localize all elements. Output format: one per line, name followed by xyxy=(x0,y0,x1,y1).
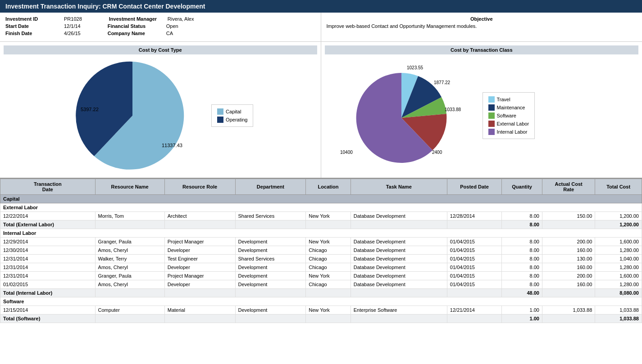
start-date-value: 12/1/14 xyxy=(64,23,81,29)
table-body: CapitalExternal Labor12/22/2014Morris, T… xyxy=(0,195,642,323)
capital-legend-color xyxy=(217,108,223,115)
sub-header-row: Software xyxy=(0,297,642,306)
external-labor-legend-color xyxy=(488,121,495,127)
total-row: Total (Internal Labor)48.008,080.00 xyxy=(0,289,642,297)
capital-legend-label: Capital xyxy=(226,109,241,114)
investment-id-label: Investment ID xyxy=(5,16,64,22)
financial-status-value: Open xyxy=(166,23,178,29)
operating-legend-item: Operating xyxy=(217,117,247,123)
external-labor-value: 2400 xyxy=(432,150,442,155)
finish-date-label: Finish Date xyxy=(5,31,64,36)
external-labor-legend-label: External Labor xyxy=(497,121,529,126)
left-chart-title: Cost by Cost Type xyxy=(4,45,317,54)
software-legend-color xyxy=(488,112,495,119)
maintenance-legend-label: Maintenance xyxy=(497,105,525,110)
software-legend-item: Software xyxy=(488,112,529,119)
software-value: 1033.88 xyxy=(445,107,461,112)
col-actual-cost-rate: Actual CostRate xyxy=(542,179,595,195)
info-left-panel: Investment ID PR1028 Investment Manager … xyxy=(0,13,321,41)
table-header-row: TransactionDate Resource Name Resource R… xyxy=(0,179,642,195)
financial-status-label: Financial Status xyxy=(108,23,166,29)
left-chart-container: 11337.43 5397.22 Capital Operating xyxy=(4,57,317,174)
company-name-label: Company Name xyxy=(108,31,166,36)
sub-header-row: Internal Labor xyxy=(0,229,642,238)
right-pie-chart: 1023.55 1877.22 1033.88 2400 10400 xyxy=(334,59,478,172)
operating-legend-label: Operating xyxy=(226,117,247,122)
page-title: Investment Transaction Inquiry: CRM Cont… xyxy=(5,3,205,10)
objective-title: Objective xyxy=(327,16,637,22)
table-row: 12/30/2014Amos, CherylDeveloperDevelopme… xyxy=(0,246,642,255)
capital-legend-item: Capital xyxy=(217,108,247,115)
col-total-cost: Total Cost xyxy=(595,179,642,195)
col-posted-date: Posted Date xyxy=(447,179,501,195)
investment-manager-value: Rivera, Alex xyxy=(168,16,194,22)
internal-labor-legend-label: Internal Labor xyxy=(497,129,528,135)
travel-legend-item: Travel xyxy=(488,96,529,103)
software-legend-label: Software xyxy=(497,113,516,118)
col-location: Location xyxy=(306,179,351,195)
travel-legend-color xyxy=(488,96,495,103)
table-row: 01/02/2015Amos, CherylDeveloperDevelopme… xyxy=(0,280,642,289)
group-header-row: Capital xyxy=(0,195,642,203)
left-pie-chart: 11337.43 5397.22 xyxy=(67,59,211,172)
col-task-name: Task Name xyxy=(351,179,447,195)
finish-date-row: Finish Date 4/26/15 Company Name CA xyxy=(5,31,315,36)
col-transaction-date: TransactionDate xyxy=(0,179,96,195)
objective-panel: Objective Improve web-based Contact and … xyxy=(321,13,642,41)
right-chart-title: Cost by Transaction Class xyxy=(325,45,639,54)
external-labor-legend-item: External Labor xyxy=(488,121,529,127)
col-quantity: Quantity xyxy=(502,179,542,195)
col-department: Department xyxy=(235,179,306,195)
internal-labor-value: 10400 xyxy=(340,150,353,155)
objective-text: Improve web-based Contact and Opportunit… xyxy=(327,23,637,29)
total-row: Total (Software)1.001,033.88 xyxy=(0,315,642,323)
table-row: 12/22/2014Morris, TomArchitectShared Ser… xyxy=(0,212,642,220)
info-section: Investment ID PR1028 Investment Manager … xyxy=(0,13,642,42)
finish-date-value: 4/26/15 xyxy=(64,31,81,36)
capital-label: 11337.43 xyxy=(162,143,182,148)
table-row: 12/31/2014Granger, PaulaProject ManagerD… xyxy=(0,272,642,280)
col-resource-name: Resource Name xyxy=(95,179,164,195)
operating-label: 5397.22 xyxy=(81,107,99,112)
company-name-value: CA xyxy=(166,31,173,36)
maintenance-legend-color xyxy=(488,104,495,111)
cost-by-transaction-class-chart: Cost by Transaction Class xyxy=(321,42,642,178)
maintenance-legend-item: Maintenance xyxy=(488,104,529,111)
investment-id-row: Investment ID PR1028 Investment Manager … xyxy=(5,16,315,22)
investment-id-value: PR1028 xyxy=(64,16,82,22)
start-date-label: Start Date xyxy=(5,23,64,29)
internal-labor-legend-item: Internal Labor xyxy=(488,129,529,135)
start-date-row: Start Date 12/1/14 Financial Status Open xyxy=(5,23,315,29)
page-header: Investment Transaction Inquiry: CRM Cont… xyxy=(0,0,642,13)
travel-value: 1023.55 xyxy=(407,65,423,70)
table-row: 12/15/2014ComputerMaterialDevelopmentNew… xyxy=(0,306,642,315)
travel-legend-label: Travel xyxy=(497,97,510,102)
investment-manager-label: Investment Manager xyxy=(109,16,168,22)
right-chart-legend: Travel Maintenance Software External Lab… xyxy=(483,92,535,139)
maintenance-value: 1877.22 xyxy=(434,80,451,85)
transactions-table: TransactionDate Resource Name Resource R… xyxy=(0,179,642,323)
col-resource-role: Resource Role xyxy=(164,179,235,195)
internal-labor-legend-color xyxy=(488,129,495,135)
left-chart-legend: Capital Operating xyxy=(211,104,253,127)
cost-by-cost-type-chart: Cost by Cost Type 11337.43 5397.22 Capit xyxy=(0,42,321,178)
charts-section: Cost by Cost Type 11337.43 5397.22 Capit xyxy=(0,42,642,179)
table-row: 12/29/2014Granger, PaulaProject ManagerD… xyxy=(0,238,642,246)
operating-legend-color xyxy=(217,117,223,123)
table-row: 12/31/2014Amos, CherylDeveloperDevelopme… xyxy=(0,263,642,272)
sub-header-row: External Labor xyxy=(0,203,642,212)
total-row: Total (External Labor)8.001,200.00 xyxy=(0,220,642,229)
table-row: 12/31/2014Walker, TerryTest EngineerShar… xyxy=(0,255,642,263)
transactions-table-section: TransactionDate Resource Name Resource R… xyxy=(0,179,642,323)
right-chart-container: 1023.55 1877.22 1033.88 2400 10400 Trave… xyxy=(325,57,639,174)
